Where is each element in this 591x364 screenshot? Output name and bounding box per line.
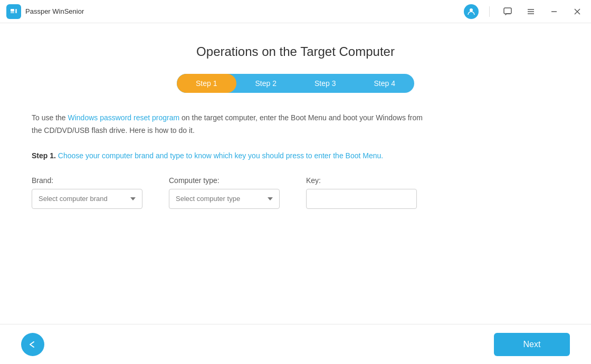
computer-type-group: Computer type: Select computer type Desk… — [169, 176, 280, 209]
key-input[interactable] — [306, 189, 417, 209]
svg-rect-3 — [15, 9, 17, 13]
steps-container: Step 1 Step 2 Step 3 Step 4 — [32, 74, 559, 93]
step-4[interactable]: Step 4 — [355, 74, 414, 93]
main-content: Operations on the Target Computer Step 1… — [0, 23, 591, 324]
step-instruction: Step 1. Choose your computer brand and t… — [32, 150, 559, 161]
description-prefix: To use the — [32, 113, 68, 122]
divider — [489, 6, 490, 17]
menu-icon[interactable] — [523, 4, 538, 19]
chat-icon[interactable] — [500, 4, 515, 19]
title-bar: Passper WinSenior — [0, 0, 591, 23]
minimize-icon[interactable] — [547, 4, 561, 19]
brand-select[interactable]: Select computer brand Dell HP Lenovo ASU… — [32, 189, 142, 209]
app-title: Passper WinSenior — [25, 7, 464, 15]
brand-label: Brand: — [32, 176, 142, 185]
next-button[interactable]: Next — [494, 333, 570, 356]
description-link[interactable]: Windows password reset program — [68, 113, 180, 122]
key-group: Key: — [306, 176, 417, 209]
computer-type-select[interactable]: Select computer type Desktop Laptop Tabl… — [169, 189, 280, 209]
computer-type-label: Computer type: — [169, 176, 280, 185]
step-bold-label: Step 1. — [32, 151, 56, 160]
step-1[interactable]: Step 1 — [177, 74, 236, 93]
key-label: Key: — [306, 176, 417, 185]
svg-point-4 — [470, 8, 473, 12]
close-icon[interactable] — [570, 4, 585, 19]
steps-row: Step 1 Step 2 Step 3 Step 4 — [177, 74, 414, 93]
brand-group: Brand: Select computer brand Dell HP Len… — [32, 176, 142, 209]
step-2[interactable]: Step 2 — [236, 74, 296, 93]
user-avatar-icon[interactable] — [464, 4, 479, 19]
svg-rect-1 — [11, 9, 14, 12]
app-logo — [6, 4, 21, 19]
bottom-bar: Next — [0, 324, 591, 364]
svg-rect-2 — [11, 12, 14, 13]
page-title: Operations on the Target Computer — [32, 44, 559, 59]
form-row: Brand: Select computer brand Dell HP Len… — [32, 176, 559, 209]
back-button[interactable] — [21, 333, 44, 356]
step-3[interactable]: Step 3 — [296, 74, 355, 93]
description-text: To use the Windows password reset progra… — [32, 112, 559, 137]
title-bar-controls — [464, 4, 585, 19]
step-instruction-text: Choose your computer brand and type to k… — [58, 151, 383, 160]
svg-rect-5 — [504, 8, 511, 14]
